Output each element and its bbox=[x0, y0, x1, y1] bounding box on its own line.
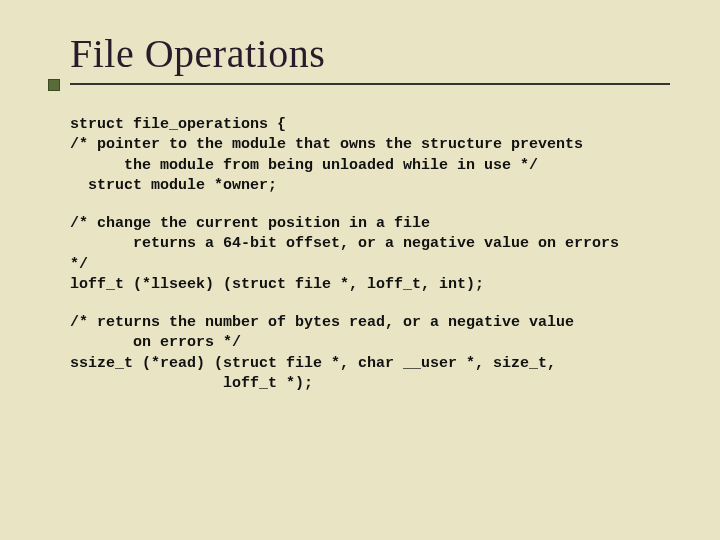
divider bbox=[70, 83, 670, 85]
slide-title: File Operations bbox=[70, 30, 670, 77]
code-block-2: /* change the current position in a file… bbox=[70, 214, 670, 295]
code-block-3: /* returns the number of bytes read, or … bbox=[70, 313, 670, 394]
bullet-icon bbox=[48, 79, 60, 91]
code-block-1: struct file_operations { /* pointer to t… bbox=[70, 115, 670, 196]
slide: File Operations struct file_operations {… bbox=[0, 0, 720, 540]
title-rule bbox=[70, 83, 670, 97]
